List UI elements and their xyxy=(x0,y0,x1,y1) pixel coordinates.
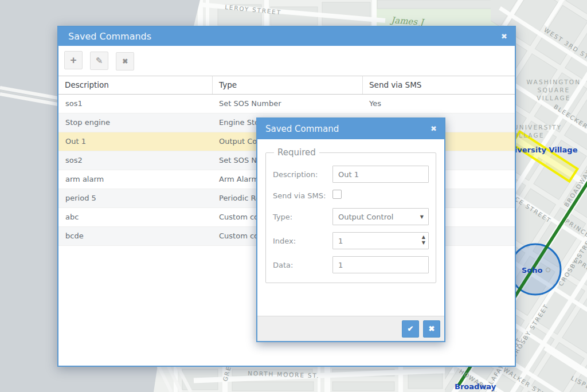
spinner-up-icon[interactable]: ▲ xyxy=(422,234,425,240)
cell-description: abc xyxy=(58,208,212,226)
x-icon: ✖ xyxy=(429,324,435,333)
pencil-icon: ✎ xyxy=(96,56,103,66)
table-row[interactable]: sos1 Set SOS Number Yes xyxy=(58,95,515,113)
cell-description: sos2 xyxy=(58,151,212,170)
edit-command-button[interactable]: ✎ xyxy=(90,52,108,70)
saved-commands-title: Saved Commands xyxy=(68,31,151,42)
broadway-label: Broadway xyxy=(455,382,496,391)
required-fieldset: Required Description: Send via SMS: Type… xyxy=(265,147,436,283)
saved-command-form: Required Description: Send via SMS: Type… xyxy=(257,139,444,316)
cell-description: period 5 xyxy=(58,189,212,207)
saved-commands-header[interactable]: Saved Commands ✖ xyxy=(58,27,515,46)
column-send-via-sms[interactable]: Send via SMS xyxy=(362,76,515,94)
send-via-sms-label: Send via SMS: xyxy=(273,191,332,200)
description-field[interactable] xyxy=(332,166,429,183)
close-icon[interactable]: ✖ xyxy=(501,27,507,46)
data-field[interactable] xyxy=(332,256,429,273)
send-via-sms-checkbox[interactable] xyxy=(332,190,342,199)
commands-table-header: Description Type Send via SMS xyxy=(58,76,515,95)
svg-text:SQUARE: SQUARE xyxy=(538,87,570,93)
index-field[interactable] xyxy=(332,232,429,249)
cell-send-via-sms: Yes xyxy=(362,95,515,113)
cell-type: Set SOS Number xyxy=(212,95,362,113)
cell-description: Stop engine xyxy=(58,113,212,132)
svg-text:VILLAGE: VILLAGE xyxy=(537,95,570,101)
saved-command-footer: ✔ ✖ xyxy=(257,316,444,341)
close-icon[interactable]: ✖ xyxy=(431,119,437,139)
cell-description: Out 1 xyxy=(58,132,212,151)
cell-description: sos1 xyxy=(58,95,212,113)
type-select[interactable]: Output Control ▼ xyxy=(332,208,429,225)
saved-command-header[interactable]: Saved Command ✖ xyxy=(257,119,444,139)
saved-command-title: Saved Command xyxy=(265,124,339,134)
required-legend: Required xyxy=(274,147,319,158)
confirm-button[interactable]: ✔ xyxy=(402,320,419,338)
description-label: Description: xyxy=(273,170,332,179)
index-spinner[interactable]: ▲ ▼ xyxy=(422,234,425,246)
column-description[interactable]: Description xyxy=(58,76,212,94)
data-label: Data: xyxy=(273,261,332,269)
svg-text:UNIVERSITY: UNIVERSITY xyxy=(514,124,562,131)
saved-command-dialog: Saved Command ✖ Required Description: Se… xyxy=(256,117,445,342)
delete-icon: ✖ xyxy=(122,57,128,65)
plus-icon: + xyxy=(70,54,76,66)
type-label: Type: xyxy=(273,213,332,221)
index-label: Index: xyxy=(273,237,332,245)
svg-text:WASHINGTON: WASHINGTON xyxy=(527,79,581,85)
soho-label: Soho xyxy=(522,266,543,275)
commands-toolbar: + ✎ ✖ xyxy=(58,46,515,76)
type-select-value: Output Control xyxy=(338,213,393,221)
add-command-button[interactable]: + xyxy=(64,51,83,69)
column-type[interactable]: Type xyxy=(212,76,362,94)
cancel-button[interactable]: ✖ xyxy=(423,320,440,338)
spinner-down-icon[interactable]: ▼ xyxy=(422,240,425,246)
cell-description: arm alarm xyxy=(58,170,212,189)
cell-description: bcde xyxy=(58,227,212,245)
checkmark-icon: ✔ xyxy=(408,324,414,333)
delete-command-button[interactable]: ✖ xyxy=(116,52,134,70)
chevron-down-icon: ▼ xyxy=(420,214,424,219)
